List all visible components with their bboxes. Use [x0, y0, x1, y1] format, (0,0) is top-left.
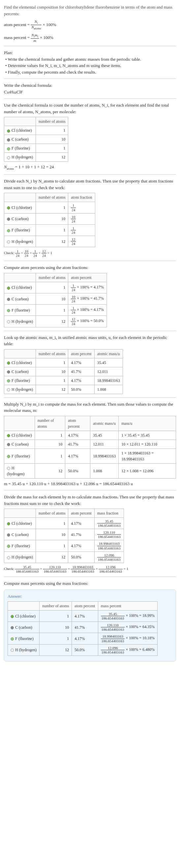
- n-atoms: 10: [36, 135, 68, 144]
- mass-percent: 35.45186.654403163 × 100% = 18.99%: [98, 611, 157, 622]
- n-atoms: 1: [36, 358, 68, 367]
- atom-percent: 4.17%: [68, 358, 94, 367]
- element-name: C (carbon): [11, 369, 29, 374]
- table-row: H (hydrogen)1250.0%12.096186.654403163: [4, 552, 124, 563]
- element-cell: C (carbon): [4, 293, 36, 305]
- n-atoms: 1: [36, 540, 68, 552]
- n-atoms: 1: [36, 224, 68, 236]
- element-swatch: [7, 320, 10, 323]
- table-row: H (hydrogen)1250.0%12.096186.654403163 ×…: [8, 644, 157, 655]
- table-row: F (fluorine)1124: [4, 224, 95, 236]
- n-atoms: 1: [36, 282, 68, 293]
- element-swatch: [7, 379, 10, 382]
- element-cell: F (fluorine): [8, 633, 40, 644]
- element-name: H (hydrogen): [11, 239, 33, 244]
- n-atoms: 12: [35, 463, 65, 478]
- element-name: F (fluorine): [11, 228, 30, 232]
- massfrac-check: Check: 35.45186.654403163 + 120.110186.6…: [4, 565, 176, 573]
- atom-percent: 124 × 100% = 4.17%: [68, 305, 107, 316]
- step-text: Write the chemical formula:: [4, 82, 176, 89]
- element-swatch: [7, 129, 10, 133]
- n-atoms: 10: [36, 213, 68, 224]
- table-row: Cl (chlorine)1124: [4, 202, 95, 213]
- element-swatch: [7, 443, 10, 446]
- n-atoms: 1: [36, 305, 68, 316]
- element-cell: F (fluorine): [4, 448, 35, 463]
- count-table: number of atoms Cl (chlorine)1C (carbon)…: [4, 117, 68, 162]
- col-pct: atom percent: [68, 349, 94, 358]
- element-name: C (carbon): [11, 442, 29, 446]
- mass-percent-formula: mass percent = Nimi m × 100%: [4, 33, 176, 42]
- table-row: C (carbon)1041.7%12.011: [4, 367, 123, 376]
- atom-percent: 50.0%: [72, 644, 98, 655]
- table-row: F (fluorine)14.17%18.9984031631 × 18.998…: [4, 448, 176, 463]
- element-name: Cl (chlorine): [11, 128, 32, 133]
- atomic-mass: 12.011: [90, 440, 119, 448]
- element-mass: 1 × 35.45 = 35.45: [119, 431, 176, 440]
- element-cell: F (fluorine): [4, 144, 36, 153]
- atompct-step: Compute atom percents using the atom fra…: [4, 265, 176, 327]
- atomfrac-table: number of atomsatom fraction Cl (chlorin…: [4, 193, 95, 247]
- table-row: C (carbon)1041.7%12.01110 × 12.011 = 120…: [4, 440, 176, 448]
- mass-percent: 12.096186.654403163 × 100% = 6.480%: [98, 644, 157, 655]
- col-natoms: number of atoms: [36, 193, 68, 202]
- atom-percent: 1224 × 100% = 50.0%: [68, 316, 107, 327]
- problem-prompt: Find the elemental composition for chlor…: [4, 4, 176, 17]
- massfrac-step: Divide the mass for each element by m to…: [4, 494, 176, 573]
- atompct-table: number of atomsatom percent Cl (chlorine…: [4, 273, 107, 328]
- element-swatch: [7, 309, 10, 312]
- element-cell: H (hydrogen): [4, 316, 36, 327]
- element-cell: H (hydrogen): [4, 463, 35, 478]
- element-cell: F (fluorine): [4, 305, 36, 316]
- divider: [4, 331, 176, 331]
- masspct-step: Compute mass percents using the mass fra…: [4, 580, 176, 587]
- element-cell: H (hydrogen): [4, 385, 36, 394]
- atom-percent: 41.7%: [65, 440, 90, 448]
- plan-heading: Plan:: [4, 50, 176, 56]
- element-name: F (fluorine): [11, 378, 30, 383]
- col-pct: atom percent: [68, 273, 107, 282]
- chemical-formula: C₁₀H₁₂ClF: [4, 89, 176, 95]
- atom-percent: 4.17%: [68, 518, 94, 529]
- step-text: Compute atom percents using the atom fra…: [4, 265, 176, 271]
- divider: [4, 397, 176, 398]
- n-atoms: 1: [35, 431, 65, 440]
- n-atoms: 10: [36, 367, 68, 376]
- element-name: C (carbon): [11, 137, 29, 142]
- atom-percent: 4.17%: [72, 611, 98, 622]
- step-text: Compute mass percents using the mass fra…: [4, 580, 176, 587]
- col-apct: atom percent: [72, 602, 98, 611]
- element-cell: C (carbon): [4, 213, 36, 224]
- element-name: Cl (chlorine): [11, 521, 32, 526]
- element-cell: C (carbon): [4, 440, 35, 448]
- element-cell: Cl (chlorine): [4, 282, 36, 293]
- element-cell: H (hydrogen): [4, 552, 36, 563]
- element-cell: C (carbon): [4, 529, 36, 540]
- n-atoms: 12: [36, 385, 68, 394]
- mass-percent: 120.110186.654403163 × 100% = 64.35%: [98, 622, 157, 633]
- element-swatch: [7, 467, 10, 470]
- check-label: Check:: [4, 251, 15, 255]
- col-frac: atom fraction: [68, 193, 95, 202]
- element-name: Cl (chlorine): [11, 285, 32, 290]
- element-swatch: [10, 649, 14, 652]
- atomfrac-check: Check: 124 + 1024 + 124 + 1224 = 1: [4, 249, 176, 257]
- step-text: Multiply N_i by m_i to compute the mass …: [4, 401, 176, 414]
- table-row: Cl (chlorine)1: [4, 126, 68, 135]
- table-row: Cl (chlorine)1124 × 100% = 4.17%: [4, 282, 107, 293]
- mass-fraction: 18.998403163186.654403163: [94, 540, 124, 552]
- atommass-table: number of atomsatom percentatomic mass/u…: [4, 349, 123, 394]
- table-row: Cl (chlorine)14.17%35.45: [4, 358, 123, 367]
- table-row: H (hydrogen)121224: [4, 236, 95, 247]
- element-name: Cl (chlorine): [11, 361, 32, 365]
- table-row: C (carbon)1041.7%120.110186.654403163 × …: [8, 622, 157, 633]
- element-cell: Cl (chlorine): [4, 518, 36, 529]
- fraction: Nimi m: [31, 33, 39, 42]
- atom-percent: 4.17%: [68, 540, 94, 552]
- col-amass: atomic mass/u: [90, 416, 119, 431]
- n-atoms: 10: [36, 293, 68, 305]
- element-name: H (hydrogen): [11, 155, 33, 159]
- element-swatch: [10, 615, 14, 618]
- atom-fraction: 124: [68, 224, 95, 236]
- plan-bullet: • Determine values for N_i, m_i, N_atoms…: [5, 62, 176, 69]
